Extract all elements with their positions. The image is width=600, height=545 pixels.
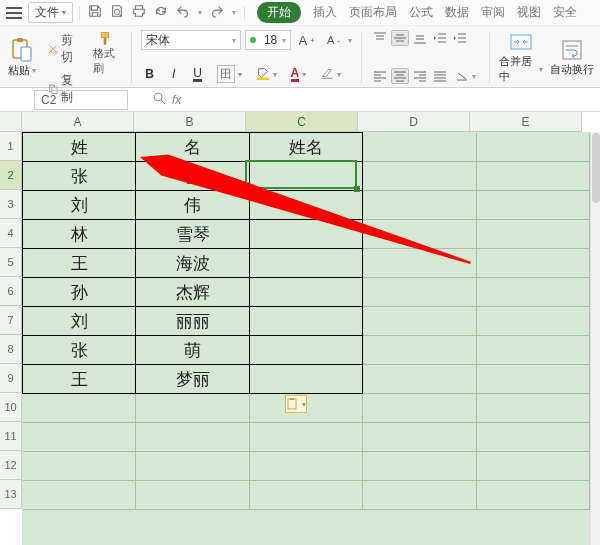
cell-D8[interactable] <box>363 336 476 365</box>
format-painter-button[interactable]: 格式刷 <box>89 30 122 78</box>
cell-D3[interactable] <box>363 191 476 220</box>
cell-D9[interactable] <box>363 365 476 394</box>
align-middle-button[interactable] <box>391 30 409 46</box>
underline-button[interactable]: U <box>189 66 207 82</box>
row-header-9[interactable]: 9 <box>0 364 22 393</box>
cell-C5[interactable] <box>249 249 362 278</box>
column-header-A[interactable]: A <box>22 112 134 132</box>
cell-A4[interactable]: 林 <box>23 220 136 249</box>
cell-E13[interactable] <box>476 481 589 510</box>
cell-D2[interactable] <box>363 162 476 191</box>
cell-E12[interactable] <box>476 452 589 481</box>
align-bottom-button[interactable] <box>411 30 429 46</box>
cell-D12[interactable] <box>363 452 476 481</box>
scrollbar-thumb[interactable] <box>592 133 600 203</box>
cell-C9[interactable] <box>249 365 362 394</box>
cell-E4[interactable] <box>476 220 589 249</box>
row-header-8[interactable]: 8 <box>0 335 22 364</box>
row-header-11[interactable]: 11 <box>0 422 22 451</box>
increase-indent-button[interactable] <box>451 30 469 46</box>
align-right-button[interactable] <box>411 68 429 84</box>
fill-color-button[interactable]: ▾ <box>252 65 281 83</box>
cell-C4[interactable] <box>249 220 362 249</box>
increase-font-button[interactable]: A+ <box>295 31 319 50</box>
cell-A13[interactable] <box>23 481 136 510</box>
app-menu-icon[interactable] <box>6 7 22 19</box>
cell-A10[interactable] <box>23 394 136 423</box>
bold-button[interactable]: B <box>141 67 159 81</box>
tab-formula[interactable]: 公式 <box>409 4 433 21</box>
cell-A5[interactable]: 王 <box>23 249 136 278</box>
cell-C1[interactable]: 姓名 <box>249 133 362 162</box>
cell-C3[interactable] <box>249 191 362 220</box>
decrease-indent-button[interactable] <box>431 30 449 46</box>
row-header-13[interactable]: 13 <box>0 480 22 509</box>
clear-format-button[interactable]: ▾ <box>316 65 345 83</box>
cell-D7[interactable] <box>363 307 476 336</box>
search-icon[interactable] <box>152 91 166 108</box>
cell-D10[interactable] <box>363 394 476 423</box>
cell-B10[interactable] <box>136 394 249 423</box>
fx-icon[interactable]: fx <box>172 93 181 107</box>
border-button[interactable]: 田▾ <box>213 63 246 85</box>
cell-A6[interactable]: 孙 <box>23 278 136 307</box>
cell-D1[interactable] <box>363 133 476 162</box>
undo-icon[interactable] <box>176 4 190 21</box>
redo-dropdown-icon[interactable]: ▾ <box>232 8 236 17</box>
cell-B13[interactable] <box>136 481 249 510</box>
cell-B4[interactable]: 雪琴 <box>136 220 249 249</box>
cell-B8[interactable]: 萌 <box>136 336 249 365</box>
cell-A11[interactable] <box>23 423 136 452</box>
row-header-5[interactable]: 5 <box>0 248 22 277</box>
cell-E9[interactable] <box>476 365 589 394</box>
undo-dropdown-icon[interactable]: ▾ <box>198 8 202 17</box>
cell-B11[interactable] <box>136 423 249 452</box>
cell-E1[interactable] <box>476 133 589 162</box>
cell-E6[interactable] <box>476 278 589 307</box>
cell-B7[interactable]: 丽丽 <box>136 307 249 336</box>
column-header-B[interactable]: B <box>134 112 246 132</box>
row-header-12[interactable]: 12 <box>0 451 22 480</box>
decrease-font-button[interactable]: A- <box>323 32 344 48</box>
cell-D5[interactable] <box>363 249 476 278</box>
cell-C8[interactable] <box>249 336 362 365</box>
save-icon[interactable] <box>88 4 102 21</box>
cell-E11[interactable] <box>476 423 589 452</box>
cell-E10[interactable] <box>476 394 589 423</box>
cell-B3[interactable]: 伟 <box>136 191 249 220</box>
cell-C6[interactable] <box>249 278 362 307</box>
align-left-button[interactable] <box>371 68 389 84</box>
cell-E8[interactable] <box>476 336 589 365</box>
tab-security[interactable]: 安全 <box>553 4 577 21</box>
caret-down-icon[interactable]: ▾ <box>348 36 352 45</box>
cell-E7[interactable] <box>476 307 589 336</box>
tab-start[interactable]: 开始 <box>257 2 301 23</box>
column-header-C[interactable]: C <box>246 112 358 132</box>
cell-E5[interactable] <box>476 249 589 278</box>
orientation-button[interactable]: ▾ <box>451 67 480 85</box>
cell-A3[interactable]: 刘 <box>23 191 136 220</box>
paste-options-button[interactable]: ▾ <box>285 395 307 413</box>
font-size-select[interactable]: 18 ▾ <box>245 30 291 50</box>
cell-C2[interactable] <box>249 162 362 191</box>
cell-B9[interactable]: 梦丽 <box>136 365 249 394</box>
cell-A9[interactable]: 王 <box>23 365 136 394</box>
tab-data[interactable]: 数据 <box>445 4 469 21</box>
select-all-corner[interactable] <box>0 112 22 132</box>
row-header-6[interactable]: 6 <box>0 277 22 306</box>
row-header-1[interactable]: 1 <box>0 132 22 161</box>
cell-grid[interactable]: 姓名姓名张雪刘伟林雪琴王海波孙杰辉刘丽丽张萌王梦丽 ▾ <box>22 132 590 545</box>
row-header-10[interactable]: 10 <box>0 393 22 422</box>
cell-A1[interactable]: 姓 <box>23 133 136 162</box>
cell-A7[interactable]: 刘 <box>23 307 136 336</box>
cell-B12[interactable] <box>136 452 249 481</box>
cell-A8[interactable]: 张 <box>23 336 136 365</box>
cell-D13[interactable] <box>363 481 476 510</box>
preview-icon[interactable] <box>110 4 124 21</box>
cell-C12[interactable] <box>249 452 362 481</box>
column-header-D[interactable]: D <box>358 112 470 132</box>
tab-view[interactable]: 视图 <box>517 4 541 21</box>
cell-D11[interactable] <box>363 423 476 452</box>
tab-layout[interactable]: 页面布局 <box>349 4 397 21</box>
paste-button[interactable]: 粘贴▾ <box>6 30 38 85</box>
